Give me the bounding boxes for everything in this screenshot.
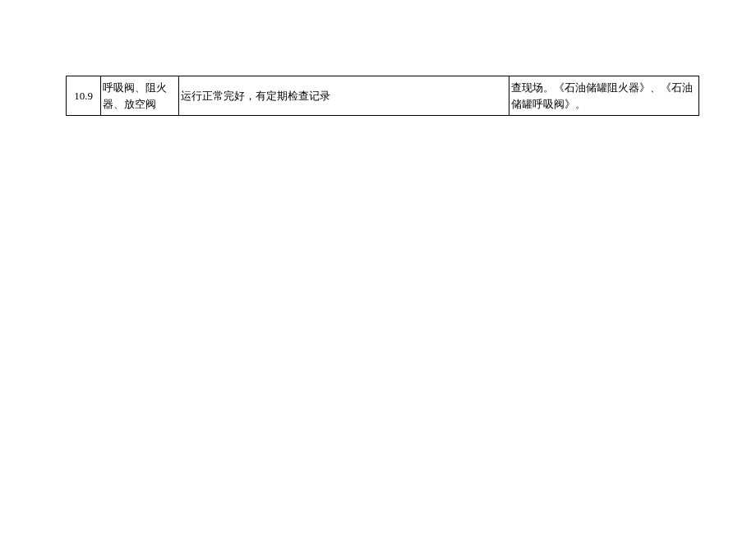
row-number-cell: 10.9 bbox=[67, 76, 101, 116]
inspection-table: 10.9 呼吸阀、阻火器、放空阀 运行正常完好，有定期检查记录 查现场。《石油储… bbox=[66, 76, 699, 116]
row-item-cell: 呼吸阀、阻火器、放空阀 bbox=[101, 76, 179, 116]
row-description-cell: 运行正常完好，有定期检查记录 bbox=[179, 76, 509, 116]
table-row: 10.9 呼吸阀、阻火器、放空阀 运行正常完好，有定期检查记录 查现场。《石油储… bbox=[67, 76, 699, 116]
row-reference-cell: 查现场。《石油储罐阻火器》、《石油储罐呼吸阀》。 bbox=[509, 76, 699, 116]
document-table-container: 10.9 呼吸阀、阻火器、放空阀 运行正常完好，有定期检查记录 查现场。《石油储… bbox=[66, 76, 698, 116]
